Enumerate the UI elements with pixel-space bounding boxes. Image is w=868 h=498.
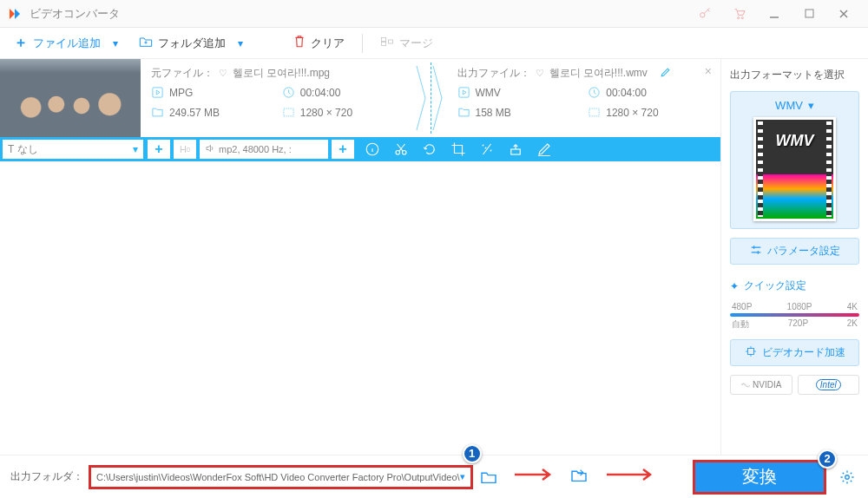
svg-rect-5 — [381, 37, 385, 41]
activate-icon[interactable] — [687, 1, 722, 27]
red-arrow-annotation — [513, 467, 556, 487]
subtitle-value: なし — [17, 142, 38, 157]
trash-icon — [293, 35, 306, 51]
convert-label: 変換 — [742, 465, 777, 488]
clear-label: クリア — [311, 36, 345, 51]
merge-label: マージ — [399, 36, 433, 51]
add-subtitle-button[interactable]: + — [148, 140, 170, 159]
out-resolution: 1280 × 720 — [588, 106, 710, 119]
src-file-label: 元ファイル： — [151, 66, 214, 81]
clear-button[interactable]: クリア — [285, 31, 353, 55]
resolution-slider[interactable] — [730, 313, 859, 317]
src-duration: 00:04:00 — [282, 86, 404, 99]
src-size: 249.57 MB — [151, 106, 273, 119]
intel-chip: Intel — [798, 375, 860, 395]
rotate-button[interactable] — [417, 137, 443, 161]
add-file-label: ファイル追加 — [33, 36, 101, 51]
format-name: WMV — [775, 99, 803, 112]
convert-button[interactable]: 変換 — [694, 462, 825, 493]
annotation-badge-1: 1 — [463, 444, 482, 463]
svg-rect-7 — [388, 40, 392, 43]
add-folder-dropdown-icon[interactable]: ▾ — [238, 37, 252, 49]
video-thumbnail[interactable] — [0, 59, 141, 137]
heart-icon: ♡ — [536, 68, 544, 79]
add-folder-label: フォルダ追加 — [158, 36, 226, 51]
output-format-selector[interactable]: WMV▾ WMV — [730, 91, 859, 229]
hardcode-subtitle-button[interactable]: H0 — [174, 140, 196, 159]
output-path-input[interactable]: C:\Users\justin\Videos\WonderFox Soft\HD… — [90, 467, 471, 488]
svg-point-2 — [741, 16, 743, 18]
remove-file-button[interactable]: × — [705, 64, 712, 78]
add-file-dropdown-icon[interactable]: ▾ — [113, 37, 127, 49]
info-button[interactable] — [359, 137, 385, 161]
svg-rect-6 — [381, 43, 385, 46]
window-title: ビデオコンバータ — [30, 6, 687, 22]
audio-value: mp2, 48000 Hz, : — [219, 144, 292, 154]
svg-rect-8 — [153, 88, 162, 97]
close-button[interactable] — [826, 1, 861, 27]
minimize-button[interactable] — [757, 1, 792, 27]
toolbar-divider — [362, 34, 363, 53]
svg-point-19 — [845, 475, 850, 479]
svg-rect-17 — [511, 149, 521, 154]
cart-icon[interactable] — [722, 1, 757, 27]
heart-icon: ♡ — [219, 68, 227, 79]
svg-point-0 — [700, 12, 705, 16]
svg-rect-13 — [589, 108, 599, 116]
src-file-name: 헬로디 모여라!!!.mpg — [233, 66, 330, 81]
audio-select[interactable]: mp2, 48000 Hz, : — [200, 140, 328, 159]
plus-icon: ＋ — [14, 34, 28, 52]
out-file-label: 出力ファイル： — [457, 66, 530, 81]
edit-output-icon[interactable] — [660, 67, 671, 81]
crop-button[interactable] — [445, 137, 471, 161]
output-format-label: 出力フォーマットを選択 — [730, 68, 859, 82]
subtitle-icon: T — [8, 143, 14, 155]
param-label: パラメータ設定 — [767, 244, 840, 259]
browse-folder-button[interactable] — [478, 467, 499, 488]
output-folder-label: 出力フォルダ： — [10, 469, 83, 484]
annotation-badge-2: 2 — [818, 449, 837, 469]
settings-button[interactable] — [837, 469, 858, 485]
nvidia-chip: NVIDIA — [730, 375, 792, 395]
svg-rect-4 — [806, 10, 813, 17]
svg-rect-11 — [458, 88, 468, 97]
add-file-button[interactable]: ＋ ファイル追加 — [5, 30, 109, 56]
arrow-divider — [431, 59, 447, 137]
watermark-button[interactable] — [503, 137, 529, 161]
format-film-icon: WMV — [753, 117, 836, 221]
chip-icon — [745, 345, 757, 360]
sliders-icon — [750, 245, 762, 258]
svg-point-1 — [738, 16, 740, 18]
out-size: 158 MB — [457, 106, 580, 119]
src-format: MPG — [151, 86, 273, 99]
effects-button[interactable] — [474, 137, 500, 161]
out-duration: 00:04:00 — [588, 86, 710, 99]
out-format: WMV — [457, 86, 580, 99]
arrow-divider — [415, 59, 431, 137]
merge-icon — [380, 36, 394, 50]
app-logo-icon — [7, 6, 23, 22]
svg-rect-18 — [747, 349, 753, 355]
merge-button[interactable]: マージ — [372, 32, 442, 55]
add-folder-button[interactable]: フォルダ追加 — [130, 32, 234, 55]
open-output-folder-button[interactable] — [570, 469, 591, 485]
edit-button[interactable] — [531, 137, 557, 161]
svg-rect-10 — [284, 108, 293, 116]
gpu-accel-button[interactable]: ビデオカード加速 — [730, 339, 859, 366]
quick-label: クイック設定 — [744, 278, 806, 293]
red-arrow-annotation — [605, 467, 657, 487]
maximize-button[interactable] — [792, 1, 826, 27]
cut-button[interactable] — [388, 137, 414, 161]
gpu-label: ビデオカード加速 — [762, 345, 845, 360]
parameter-settings-button[interactable]: パラメータ設定 — [730, 238, 859, 265]
subtitle-select[interactable]: Tなし▾ — [3, 140, 143, 159]
output-path-value: C:\Users\justin\Videos\WonderFox Soft\HD… — [96, 472, 460, 482]
speaker-icon — [205, 143, 215, 155]
chevron-down-icon: ▾ — [808, 99, 814, 112]
quick-icon: ✦ — [730, 280, 739, 292]
out-file-name: 헬로디 모여라!!!.wmv — [549, 66, 648, 81]
src-resolution: 1280 × 720 — [282, 106, 404, 119]
add-audio-button[interactable]: + — [332, 140, 354, 159]
chevron-down-icon: ▾ — [460, 471, 465, 482]
folder-plus-icon — [139, 36, 153, 50]
